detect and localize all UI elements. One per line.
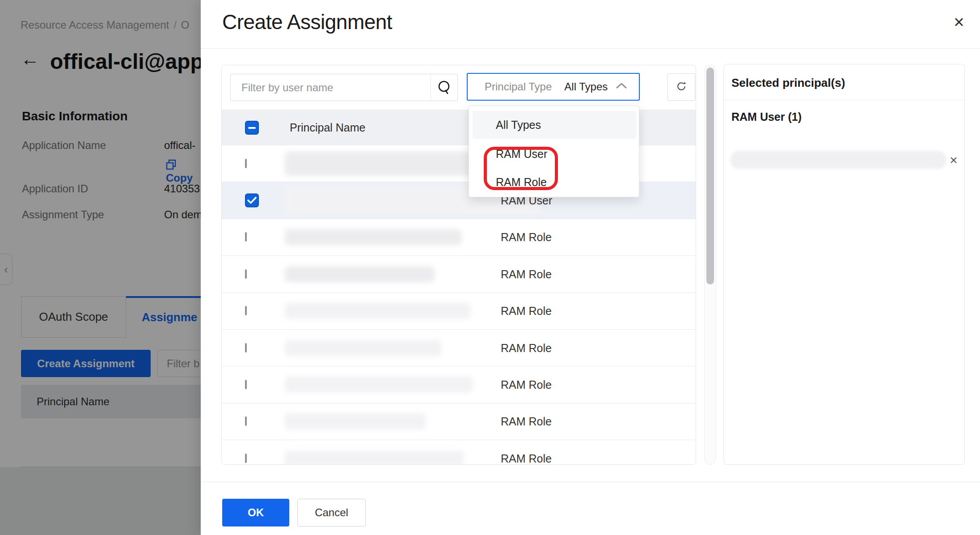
panel-divider	[724, 100, 964, 100]
redacted-selected-principal	[730, 151, 946, 169]
chevron-up-icon	[616, 82, 627, 92]
redacted-principal-name	[285, 413, 426, 429]
row-checkbox[interactable]	[245, 380, 247, 389]
scrollbar-thumb[interactable]	[706, 68, 714, 284]
refresh-icon	[676, 81, 687, 94]
search-icon[interactable]	[436, 80, 452, 98]
redacted-principal-name	[285, 266, 435, 282]
row-checkbox[interactable]	[245, 454, 247, 463]
menu-item-ram-role[interactable]: RAM Role	[473, 168, 636, 196]
principal-type-cell: RAM Role	[501, 231, 552, 244]
row-checkbox[interactable]	[245, 232, 247, 242]
selected-group-label: RAM User (1)	[731, 110, 802, 123]
input-divider	[431, 74, 431, 101]
principal-type-select-value: All Types	[564, 81, 608, 93]
selected-principals-title: Selected principal(s)	[731, 76, 845, 90]
selected-principals-panel: Selected principal(s) RAM User (1) ×	[723, 64, 965, 465]
modal-title: Create Assignment	[222, 10, 392, 34]
table-row[interactable]: RAM Role	[222, 440, 696, 465]
principal-type-cell: RAM Role	[501, 415, 552, 428]
redacted-principal-name	[285, 229, 461, 245]
table-row[interactable]: RAM Role	[222, 293, 696, 330]
scrollbar-track[interactable]	[704, 65, 716, 465]
modal-backdrop[interactable]	[0, 0, 201, 535]
row-checkbox[interactable]	[245, 306, 247, 315]
table-row[interactable]: RAM Role	[222, 256, 696, 293]
redacted-principal-name	[285, 377, 473, 393]
modal-filter-input[interactable]	[230, 74, 458, 101]
principal-type-cell: RAM Role	[501, 305, 552, 318]
refresh-button[interactable]	[667, 73, 695, 101]
ok-button[interactable]: OK	[222, 499, 289, 527]
select-all-checkbox-indeterminate[interactable]	[245, 121, 259, 135]
redacted-principal-name	[285, 450, 464, 465]
principal-type-select[interactable]: Principal Type All Types	[467, 73, 640, 101]
cancel-button[interactable]: Cancel	[297, 499, 366, 527]
modal-table-header-label: Principal Name	[290, 121, 366, 134]
row-checkbox[interactable]	[245, 269, 247, 279]
row-checkbox[interactable]	[245, 343, 247, 352]
screen: Resource Access Management/O ← offical-c…	[0, 0, 980, 535]
menu-item-ram-user[interactable]: RAM User	[473, 140, 636, 168]
principal-type-cell: RAM Role	[501, 452, 552, 465]
create-assignment-modal: Create Assignment × Principal Type All T…	[201, 0, 980, 535]
table-row[interactable]: RAM Role	[222, 219, 696, 256]
principal-type-cell: RAM Role	[501, 268, 552, 280]
row-checkbox[interactable]	[245, 159, 247, 168]
table-row[interactable]: RAM Role	[222, 403, 696, 440]
table-row[interactable]: RAM Role	[222, 330, 696, 366]
menu-item-all-types[interactable]: All Types	[473, 111, 636, 139]
row-checkbox[interactable]	[245, 416, 247, 426]
principal-type-select-label: Principal Type	[485, 81, 552, 93]
principal-type-cell: RAM Role	[501, 378, 552, 391]
row-checkbox-checked[interactable]	[245, 194, 259, 208]
indeterminate-mark	[248, 127, 256, 129]
principal-type-cell: RAM Role	[501, 341, 552, 354]
redacted-principal-name	[285, 340, 441, 356]
principal-type-dropdown-menu: All Types RAM User RAM Role	[469, 106, 639, 197]
remove-principal-icon[interactable]: ×	[946, 153, 961, 167]
redacted-principal-name	[285, 303, 470, 319]
close-icon[interactable]: ×	[949, 12, 969, 32]
table-row[interactable]: RAM Role	[222, 366, 696, 403]
